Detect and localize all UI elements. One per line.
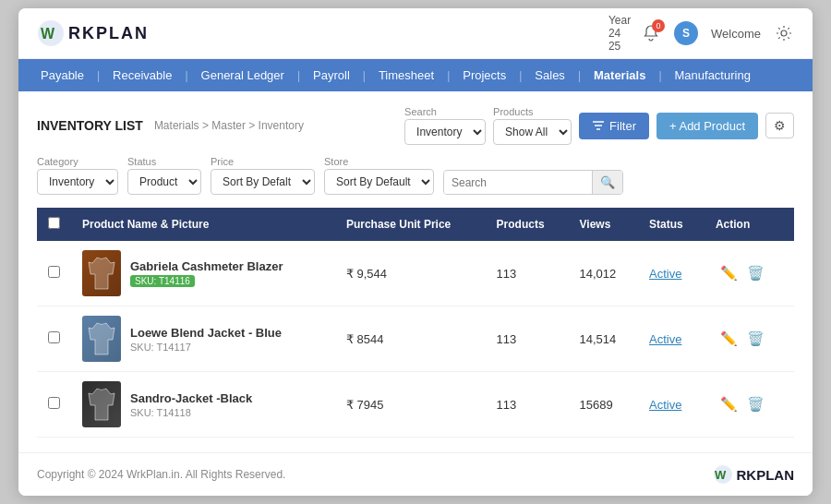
status-cell: Active [638, 372, 705, 438]
filter-button[interactable]: Filter [579, 113, 649, 139]
product-sku: SKU: T14117 [130, 342, 282, 353]
products-cell: 113 [486, 372, 569, 438]
status-badge[interactable]: Active [649, 267, 681, 281]
search-label: Search [404, 106, 486, 117]
price-label: Price [211, 156, 315, 167]
nav-payable[interactable]: Payable [28, 59, 97, 91]
products-cell: 113 [486, 306, 569, 372]
edit-button[interactable]: ✏️ [716, 329, 742, 349]
price-filter: Price Sort By Defalt [211, 156, 315, 195]
logo: W RKPLAN [37, 19, 149, 47]
delete-button[interactable]: 🗑️ [742, 394, 769, 414]
gear-button[interactable]: ⚙ [765, 113, 794, 138]
search-select[interactable]: Inventory [404, 119, 486, 145]
product-image [82, 316, 121, 362]
th-views: Views [569, 208, 638, 241]
settings-icon[interactable] [774, 23, 794, 43]
th-products: Products [486, 208, 569, 241]
store-select[interactable]: Sort By Default [324, 169, 434, 195]
store-filter: Store Sort By Default [324, 156, 434, 195]
svg-text:W: W [715, 468, 727, 482]
table-row: Sandro-Jacket -BlackSKU: T14118₹ 7945113… [37, 372, 794, 438]
price-cell: ₹ 7945 [335, 372, 486, 438]
row-checkbox[interactable] [48, 331, 60, 343]
action-cell: ✏️🗑️ [705, 372, 794, 438]
inventory-table-wrap: Product Name & Picture Purchase Unit Pri… [37, 208, 794, 438]
views-cell: 14,012 [569, 241, 638, 306]
product-info: Sandro-Jacket -BlackSKU: T14118 [130, 391, 252, 418]
notification-icon[interactable]: 0 [641, 23, 661, 43]
navigation: Payable | Receivable | General Ledger | … [18, 59, 813, 91]
inventory-table: Product Name & Picture Purchase Unit Pri… [37, 208, 794, 438]
search-input[interactable] [444, 172, 592, 194]
breadcrumb: Materials > Master > Inventory [154, 119, 304, 132]
product-image [82, 250, 121, 296]
header: W RKPLAN Year 24 25 0 S [18, 8, 813, 59]
status-badge[interactable]: Active [649, 332, 681, 346]
row-checkbox[interactable] [48, 397, 60, 409]
row-checkbox-cell [37, 306, 71, 372]
footer-logo-text: RKPLAN [737, 467, 795, 483]
table-row: Loewe Blend Jacket - BlueSKU: T14117₹ 85… [37, 306, 794, 372]
action-cell: ✏️🗑️ [705, 241, 794, 306]
product-cell: Sandro-Jacket -BlackSKU: T14118 [71, 372, 335, 438]
footer-logo-icon: W [713, 464, 733, 485]
status-label: Status [127, 156, 201, 167]
toolbar-right: Search Inventory Products Show All [404, 106, 794, 145]
edit-button[interactable]: ✏️ [716, 263, 742, 283]
products-label: Products [493, 106, 572, 117]
th-action: Action [705, 208, 794, 241]
category-filter: Category Inventory [37, 156, 118, 195]
status-select[interactable]: Product [127, 169, 201, 195]
product-cell: Gabriela Cashmeter BlazerSKU: T14116 [71, 241, 335, 306]
product-info: Loewe Blend Jacket - BlueSKU: T14117 [130, 326, 282, 353]
nav-materials[interactable]: Materials [581, 59, 658, 91]
row-checkbox-cell [37, 372, 71, 438]
search-button[interactable]: 🔍 [592, 171, 622, 194]
sku-badge: SKU: T14116 [130, 275, 195, 287]
select-all-checkbox[interactable] [48, 217, 60, 229]
products-select[interactable]: Show All [493, 119, 572, 145]
calendar-icon[interactable]: Year 24 25 [608, 23, 628, 43]
product-sku: SKU: T14118 [130, 407, 252, 418]
table-row: Gabriela Cashmeter BlazerSKU: T14116₹ 9,… [37, 241, 794, 306]
nav-manufacturing[interactable]: Manufacturing [662, 59, 764, 91]
copyright-text: Copyright © 2024 WrkPlan.in. All Rights … [37, 468, 285, 481]
th-product-name: Product Name & Picture [71, 208, 335, 241]
row-checkbox[interactable] [48, 266, 60, 278]
edit-button[interactable]: ✏️ [716, 394, 742, 414]
welcome-text: Welcome [711, 27, 761, 41]
filter-icon [592, 119, 605, 132]
svg-text:W: W [41, 26, 55, 42]
product-name: Loewe Blend Jacket - Blue [130, 326, 282, 340]
store-label: Store [324, 156, 434, 167]
content-area: INVENTORY LIST Materials > Master > Inve… [18, 91, 813, 452]
nav-timesheet[interactable]: Timesheet [366, 59, 447, 91]
th-checkbox [37, 208, 71, 241]
nav-sales[interactable]: Sales [522, 59, 578, 91]
delete-button[interactable]: 🗑️ [742, 329, 769, 349]
status-filter: Status Product [127, 156, 201, 195]
avatar[interactable]: S [674, 21, 698, 45]
nav-projects[interactable]: Projects [450, 59, 519, 91]
logo-icon: W [37, 19, 65, 47]
nav-general-ledger[interactable]: General Ledger [188, 59, 297, 91]
filters-row: Category Inventory Status Product Price … [37, 156, 794, 195]
price-select[interactable]: Sort By Defalt [211, 169, 315, 195]
product-name: Sandro-Jacket -Black [130, 391, 252, 405]
products-cell: 113 [486, 241, 569, 306]
svg-point-6 [781, 30, 787, 36]
footer: Copyright © 2024 WrkPlan.in. All Rights … [18, 452, 813, 496]
status-badge[interactable]: Active [649, 398, 681, 412]
views-cell: 15689 [569, 372, 638, 438]
category-select[interactable]: Inventory [37, 169, 118, 195]
delete-button[interactable]: 🗑️ [742, 263, 769, 283]
nav-payroll[interactable]: Payroll [300, 59, 363, 91]
toolbar: INVENTORY LIST Materials > Master > Inve… [37, 106, 794, 145]
action-cell: ✏️🗑️ [705, 306, 794, 372]
add-product-button[interactable]: + Add Product [656, 113, 758, 139]
product-cell: Loewe Blend Jacket - BlueSKU: T14117 [71, 306, 335, 372]
nav-receivable[interactable]: Receivable [100, 59, 185, 91]
price-cell: ₹ 9,544 [335, 241, 486, 306]
price-cell: ₹ 8544 [335, 306, 486, 372]
